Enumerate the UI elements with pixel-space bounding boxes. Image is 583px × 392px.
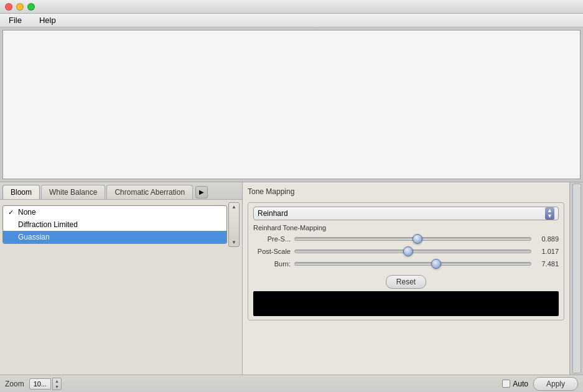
slider-thumb-pres[interactable] xyxy=(413,234,422,244)
close-button[interactable] xyxy=(5,3,12,11)
dropdown-label-none: None xyxy=(18,208,36,217)
tone-mapping-label: Tone Mapping xyxy=(248,187,564,196)
zoom-label: Zoom xyxy=(5,380,24,388)
tone-method-select[interactable]: Reinhard ▲▼ xyxy=(253,207,559,220)
maximize-button[interactable] xyxy=(27,3,35,11)
tab-arrow-button[interactable]: ▶ xyxy=(195,186,208,198)
zoom-arrows[interactable]: ▲ ▼ xyxy=(52,378,62,390)
dropdown-scrollbar[interactable]: ▲ ▼ xyxy=(228,202,240,247)
check-guassian xyxy=(8,233,16,241)
bottom-bar: Zoom 10... ▲ ▼ Auto Apply xyxy=(0,375,583,392)
slider-row-pres: Pre-S... 0.889 xyxy=(253,235,559,243)
slider-label-burn: Burn: xyxy=(253,260,291,268)
slider-label-pres: Pre-S... xyxy=(253,235,291,243)
scrollbar-track[interactable] xyxy=(572,184,581,373)
dropdown-item-guassian[interactable]: Guassian xyxy=(3,231,226,243)
slider-thumb-postscale[interactable] xyxy=(403,246,413,256)
menubar: File Help xyxy=(0,14,583,27)
bottom-panel: Bloom White Balance Chromatic Aberration… xyxy=(0,182,583,375)
check-none: ✓ xyxy=(8,208,16,217)
check-diffraction xyxy=(8,221,16,228)
tone-method-label: Reinhard xyxy=(258,209,288,218)
slider-row-burn: Burn: 7.481 xyxy=(253,260,559,268)
bloom-dropdown[interactable]: ✓ None Diffraction Limited Guassian xyxy=(2,205,227,244)
auto-check: Auto xyxy=(502,380,528,388)
dropdown-item-none[interactable]: ✓ None xyxy=(3,206,226,218)
canvas-area xyxy=(0,27,583,182)
tab-bloom[interactable]: Bloom xyxy=(2,185,40,199)
tabs-bar: Bloom White Balance Chromatic Aberration… xyxy=(0,182,242,200)
tone-mapping-section: Reinhard ▲▼ Reinhard Tone-Mapping Pre-S.… xyxy=(248,202,564,320)
window-controls xyxy=(5,3,35,11)
main-area: Bloom White Balance Chromatic Aberration… xyxy=(0,27,583,392)
tone-select-row: Reinhard ▲▼ xyxy=(253,207,559,220)
far-right-scrollbar xyxy=(569,182,583,375)
slider-value-postscale: 1.017 xyxy=(535,248,559,255)
preview-black xyxy=(253,291,559,316)
right-panel: Tone Mapping Reinhard ▲▼ Reinhard Tone-M… xyxy=(243,182,569,375)
menu-help[interactable]: Help xyxy=(35,14,60,26)
left-panel: Bloom White Balance Chromatic Aberration… xyxy=(0,182,243,375)
canvas xyxy=(2,30,581,179)
apply-button[interactable]: Apply xyxy=(533,377,578,391)
zoom-value: 10... xyxy=(29,378,51,390)
zoom-stepper: 10... ▲ ▼ xyxy=(29,378,62,390)
select-arrow-icon: ▲▼ xyxy=(545,207,554,220)
slider-label-postscale: Post-Scale xyxy=(253,248,291,255)
slider-track-pres[interactable] xyxy=(294,237,531,241)
slider-value-pres: 0.889 xyxy=(535,235,559,243)
tab-white-balance[interactable]: White Balance xyxy=(41,185,105,199)
slider-thumb-burn[interactable] xyxy=(431,259,441,269)
menu-file[interactable]: File xyxy=(5,14,26,26)
dropdown-item-diffraction[interactable]: Diffraction Limited xyxy=(3,218,226,231)
titlebar xyxy=(0,0,583,14)
zoom-up-icon[interactable]: ▲ xyxy=(53,378,61,384)
scroll-down-icon[interactable]: ▼ xyxy=(231,240,236,245)
slider-row-postscale: Post-Scale 1.017 xyxy=(253,248,559,255)
scroll-up-icon[interactable]: ▲ xyxy=(231,204,236,210)
dropdown-label-guassian: Guassian xyxy=(18,233,50,241)
tone-sub-label: Reinhard Tone-Mapping xyxy=(253,224,559,231)
auto-checkbox[interactable] xyxy=(502,380,510,388)
minimize-button[interactable] xyxy=(16,3,24,11)
zoom-down-icon[interactable]: ▼ xyxy=(53,384,61,390)
slider-value-burn: 7.481 xyxy=(535,260,559,268)
tab-chromatic-aberration[interactable]: Chromatic Aberration xyxy=(106,185,193,199)
reset-button[interactable]: Reset xyxy=(386,275,426,289)
slider-track-burn[interactable] xyxy=(294,262,531,266)
dropdown-container: ✓ None Diffraction Limited Guassian xyxy=(2,202,240,247)
dropdown-label-diffraction: Diffraction Limited xyxy=(18,220,78,229)
auto-label: Auto xyxy=(513,380,528,388)
slider-track-postscale[interactable] xyxy=(294,250,531,253)
tab-content: ✓ None Diffraction Limited Guassian xyxy=(0,200,242,375)
